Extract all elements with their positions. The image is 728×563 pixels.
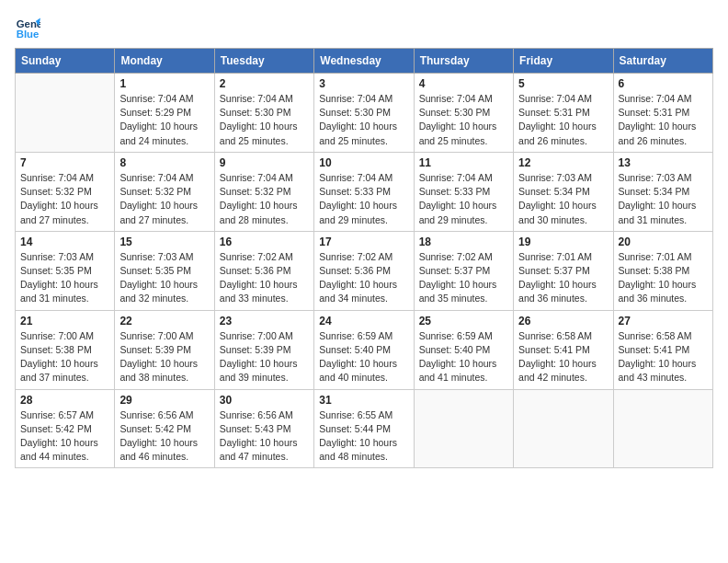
day-number: 25 [419, 315, 508, 327]
day-info: Sunrise: 7:00 AM Sunset: 5:38 PM Dayligh… [20, 329, 109, 385]
day-number: 1 [119, 77, 209, 90]
day-info: Sunrise: 7:04 AM Sunset: 5:33 PM Dayligh… [319, 171, 408, 227]
day-info: Sunrise: 6:59 AM Sunset: 5:40 PM Dayligh… [419, 329, 508, 385]
day-number: 10 [319, 156, 408, 169]
logo: General Blue [15, 15, 40, 40]
day-number: 31 [319, 394, 408, 407]
calendar-cell: 13Sunrise: 7:03 AM Sunset: 5:34 PM Dayli… [613, 152, 712, 231]
calendar-cell: 2Sunrise: 7:04 AM Sunset: 5:30 PM Daylig… [214, 74, 313, 153]
calendar-week-row: 7Sunrise: 7:04 AM Sunset: 5:32 PM Daylig… [16, 152, 713, 231]
day-number: 13 [619, 156, 708, 169]
calendar-cell: 10Sunrise: 7:04 AM Sunset: 5:33 PM Dayli… [314, 152, 414, 231]
calendar-cell [414, 389, 513, 468]
day-number: 24 [319, 315, 408, 327]
calendar-cell [613, 389, 712, 468]
calendar-cell: 22Sunrise: 7:00 AM Sunset: 5:39 PM Dayli… [115, 310, 214, 389]
day-info: Sunrise: 6:55 AM Sunset: 5:44 PM Dayligh… [319, 408, 408, 465]
calendar-cell: 12Sunrise: 7:03 AM Sunset: 5:34 PM Dayli… [514, 152, 613, 231]
day-header-monday: Monday [115, 49, 214, 74]
calendar-cell: 27Sunrise: 6:58 AM Sunset: 5:41 PM Dayli… [613, 310, 712, 389]
day-info: Sunrise: 7:03 AM Sunset: 5:34 PM Dayligh… [518, 171, 608, 227]
day-number: 18 [419, 236, 508, 248]
day-number: 27 [619, 315, 708, 327]
day-info: Sunrise: 6:59 AM Sunset: 5:40 PM Dayligh… [319, 329, 408, 385]
calendar-week-row: 14Sunrise: 7:03 AM Sunset: 5:35 PM Dayli… [16, 231, 713, 310]
day-info: Sunrise: 7:01 AM Sunset: 5:38 PM Dayligh… [619, 250, 708, 306]
calendar-cell: 14Sunrise: 7:03 AM Sunset: 5:35 PM Dayli… [16, 231, 115, 310]
calendar-cell: 4Sunrise: 7:04 AM Sunset: 5:30 PM Daylig… [414, 74, 513, 153]
calendar-week-row: 28Sunrise: 6:57 AM Sunset: 5:42 PM Dayli… [16, 389, 713, 468]
day-info: Sunrise: 6:58 AM Sunset: 5:41 PM Dayligh… [619, 329, 708, 385]
day-number: 2 [220, 77, 309, 90]
day-number: 17 [319, 236, 408, 248]
day-info: Sunrise: 7:04 AM Sunset: 5:32 PM Dayligh… [220, 171, 309, 227]
calendar-cell: 23Sunrise: 7:00 AM Sunset: 5:39 PM Dayli… [214, 310, 313, 389]
calendar-cell: 18Sunrise: 7:02 AM Sunset: 5:37 PM Dayli… [414, 231, 513, 310]
calendar-cell: 3Sunrise: 7:04 AM Sunset: 5:30 PM Daylig… [314, 74, 414, 153]
day-number: 9 [220, 156, 309, 169]
calendar-cell: 17Sunrise: 7:02 AM Sunset: 5:36 PM Dayli… [314, 231, 414, 310]
day-info: Sunrise: 7:04 AM Sunset: 5:31 PM Dayligh… [619, 92, 708, 148]
day-info: Sunrise: 7:00 AM Sunset: 5:39 PM Dayligh… [220, 329, 309, 385]
day-header-saturday: Saturday [613, 49, 712, 74]
day-info: Sunrise: 6:56 AM Sunset: 5:42 PM Dayligh… [119, 408, 209, 465]
day-number: 16 [220, 236, 309, 248]
calendar-cell: 5Sunrise: 7:04 AM Sunset: 5:31 PM Daylig… [514, 74, 613, 153]
day-header-thursday: Thursday [414, 49, 513, 74]
calendar-cell: 7Sunrise: 7:04 AM Sunset: 5:32 PM Daylig… [16, 152, 115, 231]
day-info: Sunrise: 7:00 AM Sunset: 5:39 PM Dayligh… [119, 329, 209, 385]
day-header-tuesday: Tuesday [214, 49, 313, 74]
day-number: 11 [419, 156, 508, 169]
calendar-cell: 11Sunrise: 7:04 AM Sunset: 5:33 PM Dayli… [414, 152, 513, 231]
day-number: 22 [119, 315, 209, 327]
calendar-cell: 19Sunrise: 7:01 AM Sunset: 5:37 PM Dayli… [514, 231, 613, 310]
calendar-cell: 21Sunrise: 7:00 AM Sunset: 5:38 PM Dayli… [16, 310, 115, 389]
calendar-cell: 9Sunrise: 7:04 AM Sunset: 5:32 PM Daylig… [214, 152, 313, 231]
calendar-header-row: SundayMondayTuesdayWednesdayThursdayFrid… [16, 49, 713, 74]
day-number: 21 [20, 315, 109, 327]
svg-text:Blue: Blue [17, 29, 40, 40]
day-number: 26 [518, 315, 608, 327]
calendar-cell: 25Sunrise: 6:59 AM Sunset: 5:40 PM Dayli… [414, 310, 513, 389]
day-info: Sunrise: 7:04 AM Sunset: 5:30 PM Dayligh… [319, 92, 408, 148]
calendar-cell: 24Sunrise: 6:59 AM Sunset: 5:40 PM Dayli… [314, 310, 414, 389]
day-info: Sunrise: 7:04 AM Sunset: 5:29 PM Dayligh… [119, 92, 209, 148]
page-header: General Blue [15, 15, 713, 40]
day-info: Sunrise: 7:02 AM Sunset: 5:36 PM Dayligh… [319, 250, 408, 306]
calendar-week-row: 1Sunrise: 7:04 AM Sunset: 5:29 PM Daylig… [16, 74, 713, 153]
day-info: Sunrise: 7:02 AM Sunset: 5:36 PM Dayligh… [220, 250, 309, 306]
day-info: Sunrise: 7:03 AM Sunset: 5:35 PM Dayligh… [20, 250, 109, 306]
calendar-cell: 29Sunrise: 6:56 AM Sunset: 5:42 PM Dayli… [115, 389, 214, 468]
calendar-cell: 6Sunrise: 7:04 AM Sunset: 5:31 PM Daylig… [613, 74, 712, 153]
calendar-week-row: 21Sunrise: 7:00 AM Sunset: 5:38 PM Dayli… [16, 310, 713, 389]
day-number: 3 [319, 77, 408, 90]
day-info: Sunrise: 6:56 AM Sunset: 5:43 PM Dayligh… [220, 408, 309, 465]
day-number: 6 [619, 77, 708, 90]
day-number: 12 [518, 156, 608, 169]
calendar-cell: 28Sunrise: 6:57 AM Sunset: 5:42 PM Dayli… [16, 389, 115, 468]
calendar-cell: 8Sunrise: 7:04 AM Sunset: 5:32 PM Daylig… [115, 152, 214, 231]
day-number: 7 [20, 156, 109, 169]
calendar-cell: 15Sunrise: 7:03 AM Sunset: 5:35 PM Dayli… [115, 231, 214, 310]
calendar-cell: 16Sunrise: 7:02 AM Sunset: 5:36 PM Dayli… [214, 231, 313, 310]
day-number: 20 [619, 236, 708, 248]
day-header-wednesday: Wednesday [314, 49, 414, 74]
day-header-friday: Friday [514, 49, 613, 74]
day-info: Sunrise: 7:02 AM Sunset: 5:37 PM Dayligh… [419, 250, 508, 306]
day-number: 14 [20, 236, 109, 248]
day-info: Sunrise: 6:58 AM Sunset: 5:41 PM Dayligh… [518, 329, 608, 385]
day-number: 15 [119, 236, 209, 248]
day-info: Sunrise: 7:04 AM Sunset: 5:32 PM Dayligh… [119, 171, 209, 227]
day-number: 8 [119, 156, 209, 169]
day-number: 5 [518, 77, 608, 90]
day-header-sunday: Sunday [16, 49, 115, 74]
logo-icon: General Blue [15, 15, 40, 40]
day-info: Sunrise: 7:03 AM Sunset: 5:35 PM Dayligh… [119, 250, 209, 306]
day-info: Sunrise: 7:04 AM Sunset: 5:30 PM Dayligh… [220, 92, 309, 148]
calendar-cell: 1Sunrise: 7:04 AM Sunset: 5:29 PM Daylig… [115, 74, 214, 153]
calendar-cell: 20Sunrise: 7:01 AM Sunset: 5:38 PM Dayli… [613, 231, 712, 310]
day-number: 29 [119, 394, 209, 407]
day-info: Sunrise: 6:57 AM Sunset: 5:42 PM Dayligh… [20, 408, 109, 465]
day-number: 23 [220, 315, 309, 327]
day-info: Sunrise: 7:04 AM Sunset: 5:33 PM Dayligh… [419, 171, 508, 227]
